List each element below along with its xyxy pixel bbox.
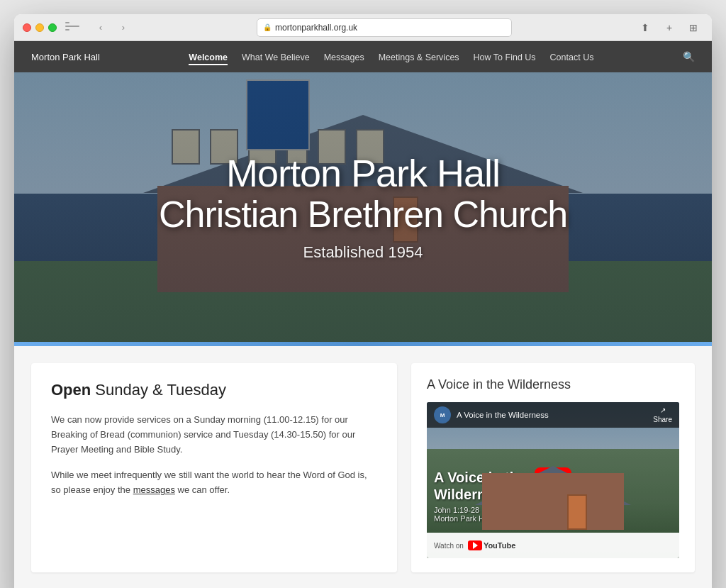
video-building-body [482,473,624,530]
left-card-para1: We can now provide services on a Sunday … [51,412,377,457]
back-button[interactable]: ‹ [91,20,111,35]
para2-end: we can offer. [178,484,230,495]
nav-links: Welcome What We Believe Messages Meeting… [189,50,593,63]
channel-thumbnail: M [434,406,451,423]
nav-link-meetings[interactable]: Meetings & Services [379,52,459,62]
browser-nav: ‹ › [91,20,133,35]
title-rest: Sunday & Tuesday [91,381,226,399]
right-card-title: A Voice in the Wilderness [427,377,679,392]
nav-link-find-us[interactable]: How To Find Us [474,52,536,62]
watch-on-text: Watch on [434,542,464,550]
nav-item-messages[interactable]: Messages [324,50,364,63]
close-button[interactable] [23,23,31,32]
youtube-text: YouTube [484,541,515,550]
messages-link[interactable]: messages [133,484,175,495]
nav-link-contact[interactable]: Contact Us [550,52,594,62]
add-tab-button[interactable]: + [659,18,679,37]
share-button[interactable]: ↗ Share [653,406,672,423]
nav-item-find-us[interactable]: How To Find Us [474,50,536,63]
video-container[interactable]: M A Voice in the Wilderness ↗ Share A Vo… [427,402,679,558]
content-section: Open Sunday & Tuesday We can now provide… [14,346,712,588]
browser-window: ‹ › 🔒 mortonparkhall.org.uk ⬆ + ⊞ Morton… [14,14,712,588]
browser-titlebar: ‹ › 🔒 mortonparkhall.org.uk ⬆ + ⊞ [14,14,712,41]
hero-content: Morton Park Hall Christian Brethren Chur… [159,152,567,262]
nav-item-meetings[interactable]: Meetings & Services [379,50,459,63]
share-label: Share [653,416,672,423]
nav-link-welcome[interactable]: Welcome [189,52,228,65]
video-bottom-bar: Watch on YouTube [427,533,679,558]
left-card: Open Sunday & Tuesday We can now provide… [31,363,397,572]
video-channel-info: M A Voice in the Wilderness [434,406,549,423]
browser-actions: ⬆ + ⊞ [635,18,703,37]
site-logo: Morton Park Hall [31,52,100,62]
hero-section: Morton Park Hall Christian Brethren Chur… [14,72,712,342]
search-icon[interactable]: 🔍 [683,51,695,62]
share-arrow-icon: ↗ [660,406,666,414]
hero-title-line1: Morton Park Hall [159,152,567,194]
video-door [567,494,587,530]
youtube-play-icon [473,542,478,549]
forward-button[interactable]: › [113,20,133,35]
nav-link-what-we-believe[interactable]: What We Believe [242,52,310,62]
right-card: A Voice in the Wilderness M A Voice in t… [411,363,695,572]
sidebar-toggle-icon[interactable] [65,22,79,33]
youtube-icon [468,540,482,550]
hero-title-line2: Christian Brethren Church [159,194,567,235]
share-button[interactable]: ⬆ [635,18,655,37]
video-top-bar: M A Voice in the Wilderness ↗ Share [427,402,679,428]
nav-item-what-we-believe[interactable]: What We Believe [242,50,310,63]
title-bold: Open [51,381,91,399]
left-card-para2: While we meet infrequently we still want… [51,467,377,498]
left-card-title: Open Sunday & Tuesday [51,380,377,401]
hero-established: Established 1954 [159,243,567,262]
grid-view-button[interactable]: ⊞ [683,18,703,37]
minimize-button[interactable] [35,23,44,32]
fullscreen-button[interactable] [48,23,57,32]
traffic-lights [23,23,57,32]
nav-item-welcome[interactable]: Welcome [189,50,228,63]
nav-link-messages[interactable]: Messages [324,52,364,62]
website-content: Morton Park Hall Welcome What We Believe… [14,41,712,588]
address-bar[interactable]: 🔒 mortonparkhall.org.uk [257,18,512,37]
site-navigation: Morton Park Hall Welcome What We Believe… [14,41,712,72]
url-text: mortonparkhall.org.uk [275,23,357,33]
nav-item-contact[interactable]: Contact Us [550,50,594,63]
lock-icon: 🔒 [263,23,272,31]
channel-name: A Voice in the Wilderness [457,411,549,419]
left-card-body: We can now provide services on a Sunday … [51,412,377,498]
address-bar-wrapper: 🔒 mortonparkhall.org.uk [139,18,630,37]
youtube-logo[interactable]: YouTube [468,540,515,550]
